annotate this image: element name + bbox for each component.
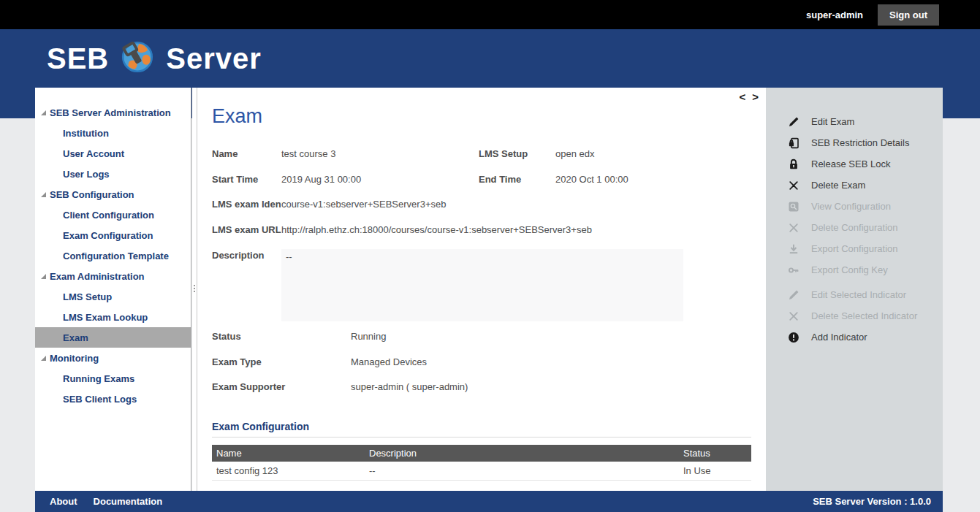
document-lock-icon — [788, 137, 799, 149]
field-label: Name — [212, 148, 281, 160]
action-edit-exam[interactable]: Edit Exam — [766, 111, 943, 132]
tree-expander-icon[interactable] — [41, 356, 46, 361]
pencil-icon — [788, 289, 799, 301]
sidebar: SEB Server AdministrationInstitutionUser… — [35, 88, 191, 491]
field-value: open edx — [555, 148, 595, 160]
download-icon — [788, 243, 799, 255]
sidebar-item-label: Client Configuration — [63, 210, 154, 221]
sidebar-item-running-exams[interactable]: Running Exams — [35, 368, 191, 389]
column-header-description[interactable]: Description — [369, 448, 683, 459]
field-label: Status — [212, 331, 351, 343]
action-add-indicator[interactable]: Add Indicator — [766, 326, 943, 348]
splitter[interactable] — [192, 88, 197, 491]
sidebar-item-exam-configuration[interactable]: Exam Configuration — [35, 225, 191, 245]
field-status: Status Running — [212, 331, 386, 343]
field-label: LMS exam Identifier — [212, 199, 281, 210]
footer-link-documentation[interactable]: Documentation — [94, 496, 163, 507]
tree-expander-icon[interactable] — [41, 110, 46, 115]
globe-lock-icon — [121, 40, 154, 77]
sidebar-item-exam-administration[interactable]: Exam Administration — [35, 266, 191, 286]
sidebar-item-monitoring[interactable]: Monitoring — [35, 348, 191, 368]
section-title: Exam Configuration — [212, 421, 309, 432]
page-navigation: < > — [739, 91, 759, 103]
table-header-row: NameDescriptionStatus — [212, 445, 751, 462]
field-lms-exam-url: LMS exam URL http://ralph.ethz.ch:18000/… — [212, 224, 592, 236]
table-row[interactable]: test config 123--In Use — [212, 462, 751, 481]
tree-expander-icon[interactable] — [41, 192, 46, 197]
action-label: SEB Restriction Details — [811, 137, 909, 148]
action-release-seb-lock[interactable]: Release SEB Lock — [766, 153, 943, 175]
action-seb-restriction-details[interactable]: SEB Restriction Details — [766, 132, 943, 153]
action-label: Delete Selected Indicator — [811, 310, 917, 321]
sidebar-item-institution[interactable]: Institution — [35, 123, 191, 143]
action-delete-selected-indicator: Delete Selected Indicator — [766, 305, 943, 326]
sidebar-item-seb-configuration[interactable]: SEB Configuration — [35, 184, 191, 205]
logo-text-server: Server — [166, 42, 262, 75]
sidebar-item-lms-exam-lookup[interactable]: LMS Exam Lookup — [35, 307, 191, 327]
action-label: Edit Exam — [811, 116, 854, 127]
footer-link-about[interactable]: About — [50, 496, 77, 507]
sidebar-item-lms-setup[interactable]: LMS Setup — [35, 286, 191, 307]
sidebar-item-client-configuration[interactable]: Client Configuration — [35, 205, 191, 225]
field-value: Managed Devices — [351, 356, 427, 368]
action-delete-configuration: Delete Configuration — [766, 217, 943, 238]
column-header-name[interactable]: Name — [212, 448, 369, 459]
sidebar-item-exam[interactable]: Exam — [35, 327, 191, 348]
sidebar-item-user-logs[interactable]: User Logs — [35, 164, 191, 184]
field-name: Name test course 3 — [212, 148, 335, 160]
sidebar-item-label: Exam Configuration — [63, 230, 153, 241]
main-content: < > Exam Name test course 3 LMS Setup op… — [197, 88, 766, 491]
action-delete-exam[interactable]: Delete Exam — [766, 175, 943, 196]
tree-expander-icon[interactable] — [41, 274, 46, 279]
sidebar-item-user-account[interactable]: User Account — [35, 143, 191, 164]
field-start-time: Start Time 2019 Aug 31 00:00 — [212, 174, 361, 186]
action-label: Export Config Key — [811, 264, 888, 275]
table-cell: In Use — [683, 465, 751, 476]
sidebar-item-label: Exam Administration — [50, 271, 145, 282]
sign-out-button[interactable]: Sign out — [878, 4, 939, 26]
version-label: SEB Server Version : 1.0.0 — [813, 496, 931, 507]
sidebar-item-label: SEB Server Administration — [50, 107, 171, 118]
x-icon — [788, 310, 799, 322]
current-user-label: super-admin — [806, 9, 863, 20]
sidebar-nav: SEB Server AdministrationInstitutionUser… — [35, 88, 191, 409]
field-value: 2019 Aug 31 00:00 — [281, 174, 361, 186]
field-end-time: End Time 2020 Oct 1 00:00 — [479, 174, 628, 186]
sidebar-item-configuration-template[interactable]: Configuration Template — [35, 245, 191, 266]
section-rule — [212, 437, 751, 438]
action-label: Release SEB Lock — [811, 158, 890, 169]
splitter-grip-icon[interactable] — [194, 283, 196, 294]
field-label: Description — [212, 250, 281, 261]
nav-forward-icon[interactable]: > — [752, 91, 759, 103]
field-value: super-admin ( super-admin) — [351, 381, 468, 393]
field-value: http://ralph.ethz.ch:18000/courses/cours… — [281, 224, 592, 236]
table-cell: test config 123 — [212, 465, 369, 476]
action-edit-selected-indicator: Edit Selected Indicator — [766, 284, 943, 305]
action-panel: Edit ExamSEB Restriction DetailsRelease … — [766, 88, 943, 491]
sidebar-item-label: Running Exams — [63, 373, 134, 384]
column-header-status[interactable]: Status — [683, 448, 751, 459]
description-textarea[interactable]: -- — [281, 249, 683, 321]
field-value: test course 3 — [281, 148, 335, 160]
field-label: Start Time — [212, 174, 281, 186]
action-label: Delete Exam — [811, 180, 865, 191]
sidebar-item-seb-client-logs[interactable]: SEB Client Logs — [35, 389, 191, 409]
field-lms-exam-identifier: LMS exam Identifier course-v1:sebserver+… — [212, 199, 446, 210]
sidebar-item-label: SEB Client Logs — [63, 394, 137, 405]
sidebar-item-seb-server-administration[interactable]: SEB Server Administration — [35, 102, 191, 123]
exam-configuration-table: NameDescriptionStatus test config 123--I… — [212, 445, 751, 481]
field-exam-type: Exam Type Managed Devices — [212, 356, 427, 368]
app-window: super-admin Sign out SEB Server — [0, 0, 980, 512]
field-label: LMS exam URL — [212, 224, 281, 236]
lock-icon — [788, 158, 799, 170]
field-label: Exam Type — [212, 356, 351, 368]
sidebar-item-label: LMS Setup — [63, 291, 112, 302]
action-label: Delete Configuration — [811, 222, 898, 233]
action-label: Add Indicator — [811, 332, 867, 343]
nav-back-icon[interactable]: < — [739, 91, 745, 103]
footer: AboutDocumentationSEB Server Version : 1… — [35, 491, 943, 512]
action-export-config-key: Export Config Key — [766, 259, 943, 280]
action-label: Export Configuration — [811, 243, 898, 254]
field-value: Running — [351, 331, 386, 343]
action-label: Edit Selected Indicator — [811, 289, 906, 300]
